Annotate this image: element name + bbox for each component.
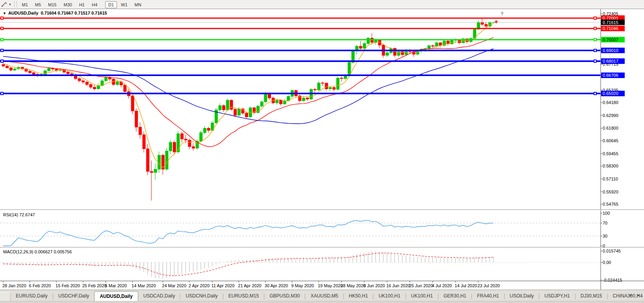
tab-scroll-left-icon[interactable]: ◄ xyxy=(627,292,634,298)
line-handle[interactable] xyxy=(1,92,3,95)
candle xyxy=(29,71,32,73)
chart-window: 0.724050.677150.653350.641800.629900.618… xyxy=(0,9,644,290)
candle xyxy=(260,102,263,106)
symbol-tab-fra40-h1[interactable]: FRA40,H1 xyxy=(472,292,504,301)
candle xyxy=(188,140,191,147)
candle xyxy=(245,113,248,117)
timeframe-button-h1[interactable]: H1 xyxy=(76,1,88,8)
cursor-tool-icon[interactable] xyxy=(1,1,9,7)
rsi-tick-label: 0 xyxy=(603,244,605,248)
timeframe-button-m1[interactable]: M1 xyxy=(19,1,31,8)
line-handle[interactable] xyxy=(1,17,3,19)
candle xyxy=(2,65,5,66)
candle xyxy=(105,78,108,81)
date-tick-label: 19 May 2020 xyxy=(318,283,343,288)
candle xyxy=(367,38,369,44)
line-handle[interactable] xyxy=(594,27,596,30)
symbol-tab-eurusd-m15[interactable]: EURUSD,M15 xyxy=(223,292,264,301)
symbol-tab-usoil-daily[interactable]: USOil,Daily xyxy=(505,292,539,301)
symbol-tab-usdjpy-h1[interactable]: USDJPY,H1 xyxy=(539,292,575,301)
rsi-tick-label: 70 xyxy=(603,221,607,225)
line-handle[interactable] xyxy=(1,49,3,52)
timeframe-button-h4[interactable]: H4 xyxy=(89,1,100,8)
candle xyxy=(348,62,351,76)
timeframe-buttons: M1M5M15M30H1H4D1W1MN xyxy=(19,1,149,8)
line-handle[interactable] xyxy=(1,27,3,30)
symbol-tab-gbpusd-m30[interactable]: GBPUSD,M30 xyxy=(264,292,305,301)
date-tick-label: 30 Apr 2020 xyxy=(265,283,288,288)
level-price-badge-text: 0.65020 xyxy=(603,91,618,96)
symbol-tab-uk100-h1[interactable]: UK100,H1 xyxy=(406,292,438,301)
candle xyxy=(428,46,431,48)
tab-scroll-right-icon[interactable]: ► xyxy=(635,292,642,298)
line-handle[interactable] xyxy=(594,49,596,52)
date-tick-label: 25 Feb 2020 xyxy=(82,283,107,288)
candle xyxy=(203,128,206,132)
candle xyxy=(485,24,488,26)
timeframe-button-m5[interactable]: M5 xyxy=(32,1,44,8)
candle xyxy=(154,169,157,173)
macd-tick-label: 0.015745 xyxy=(603,249,621,253)
tab-scroll-arrows: ◄ ► xyxy=(627,293,642,297)
price-tick-label: 0.60645 xyxy=(603,138,618,143)
date-tick-label: 6 Jun 2020 xyxy=(364,283,385,288)
macd-tick-label: -0.024415 xyxy=(603,278,622,283)
candle xyxy=(93,87,96,89)
toolbar-grip[interactable] xyxy=(14,1,17,7)
candle xyxy=(317,83,320,90)
symbol-tab-audusd-daily[interactable]: AUDUSD,Daily xyxy=(94,291,138,301)
line-handle[interactable] xyxy=(1,60,3,62)
candle xyxy=(314,89,316,90)
candle xyxy=(325,83,328,89)
date-tick-label: 24 Mar 2020 xyxy=(162,283,186,288)
symbol-tab-eurusd-daily[interactable]: EURUSD,Daily xyxy=(11,292,53,301)
line-handle[interactable] xyxy=(594,39,596,41)
symbol-tab-usdcnh-daily[interactable]: USDCNH,Daily xyxy=(180,292,223,301)
price-tick-label: 0.54765 xyxy=(603,202,618,206)
candle xyxy=(219,106,221,110)
level-price-badge-text: 0.68017 xyxy=(603,59,618,63)
candle xyxy=(363,43,366,48)
rsi-tick-label: 30 xyxy=(603,234,607,238)
timeframe-button-d1[interactable]: D1 xyxy=(105,1,117,8)
line-handle[interactable] xyxy=(594,60,596,62)
chart-menu-triangle-icon[interactable]: ▼ xyxy=(3,11,6,15)
candle xyxy=(329,87,332,89)
candle xyxy=(85,82,88,84)
price-tick-label: 0.62990 xyxy=(603,113,618,118)
symbol-tab-hk50-h1[interactable]: HK50,H1 xyxy=(344,292,373,301)
candle xyxy=(481,22,484,24)
level-price-badge-text: 0.70007 xyxy=(603,37,618,42)
chevron-down-icon[interactable]: ▾ xyxy=(9,2,11,6)
candle xyxy=(238,109,240,115)
candle xyxy=(6,66,9,68)
candle xyxy=(226,100,229,110)
candle xyxy=(344,76,347,79)
symbol-tab-usdchf-daily[interactable]: USDCHF,Daily xyxy=(53,292,95,301)
level-price-badge-text: 0.71046 xyxy=(603,26,618,31)
date-tick-label: 11 Apr 2020 xyxy=(212,283,235,288)
symbol-tab-uk100-h1[interactable]: UK100,H1 xyxy=(373,292,405,301)
timeframe-button-m30[interactable]: M30 xyxy=(61,1,75,8)
timeframe-button-m15[interactable]: M15 xyxy=(45,1,59,8)
symbol-tab-xauusd-m5[interactable]: XAUUSD,M5 xyxy=(305,292,343,301)
candle xyxy=(116,82,119,85)
date-tick-label: 16 Jun 2020 xyxy=(386,283,410,288)
date-tick-label: 9 May 2020 xyxy=(291,283,314,288)
price-chart-canvas[interactable]: 0.724050.677150.653350.641800.629900.618… xyxy=(0,9,644,290)
timeframe-button-mn[interactable]: MN xyxy=(132,1,145,8)
candle xyxy=(230,100,233,109)
line-handle[interactable] xyxy=(594,17,596,19)
timeframe-button-w1[interactable]: W1 xyxy=(118,1,131,8)
date-tick-label: 14 Jul 2020 xyxy=(455,283,477,288)
symbol-tabbar: EURUSD,DailyUSDCHF,DailyAUDUSD,DailyUSDC… xyxy=(0,290,644,303)
symbol-tab-dj30-m15[interactable]: DJ30,M15 xyxy=(575,292,607,301)
symbol-tab-ger30-h1[interactable]: GER30,H1 xyxy=(438,292,471,301)
line-handle[interactable] xyxy=(1,39,3,41)
candle xyxy=(279,100,282,104)
symbol-tab-usdcad-daily[interactable]: USDCAD,Daily xyxy=(138,292,180,301)
candle xyxy=(451,40,453,44)
date-tick-label: 2 Apr 2020 xyxy=(189,283,210,288)
tabbar-bottom-strip xyxy=(0,301,644,303)
line-handle[interactable] xyxy=(594,92,596,95)
